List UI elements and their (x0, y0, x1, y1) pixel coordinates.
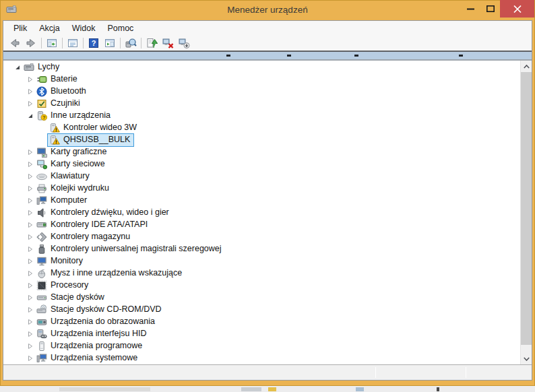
background-mark (241, 387, 261, 391)
background-mark (437, 387, 439, 391)
header-strip (3, 52, 532, 59)
tree-item-stacje-dysk-w[interactable]: Stacje dysków (3, 292, 520, 304)
device-manager-window: Menedżer urządzeń Plik Akcja Widok Pomoc… (0, 0, 535, 386)
tree-item-kontrolery-magazynu[interactable]: Kontrolery magazynu (3, 231, 520, 243)
disable-device-icon (178, 37, 190, 49)
software-device-icon (36, 341, 47, 352)
tree-item-label: Monitory (49, 255, 86, 267)
tree-item-urz-dzenia-do-obrazowania[interactable]: Urządzenia do obrazowania (3, 316, 520, 328)
properties-icon (67, 37, 79, 49)
menu-plik[interactable]: Plik (7, 22, 33, 34)
tree-item-inne-urz-dzenia[interactable]: ?Inne urządzenia (3, 110, 520, 122)
menu-widok[interactable]: Widok (66, 22, 102, 34)
print-queue-icon (36, 183, 47, 194)
expand-arrow-icon[interactable] (26, 354, 34, 362)
tree-item-baterie[interactable]: Baterie (3, 73, 520, 86)
tree-item-urz-dzenia-systemowe[interactable]: Urządzenia systemowe (3, 352, 520, 364)
expand-arrow-icon[interactable] (26, 342, 34, 350)
collapse-arrow-icon[interactable] (26, 112, 34, 120)
expand-arrow-icon[interactable] (26, 245, 34, 253)
show-console-tree-button[interactable] (44, 36, 60, 50)
tree-item-kontroler-wideo-3w[interactable]: Kontroler wideo 3W (3, 122, 520, 134)
tree-item-label: Bluetooth (49, 86, 90, 98)
tree-item-urz-dzenia-programowe[interactable]: Urządzenia programowe (3, 340, 520, 352)
tree-item-procesory[interactable]: Procesory (3, 280, 520, 292)
tree-item-qhsusb-bulk[interactable]: QHSUSB__BULK (3, 134, 520, 146)
scrollbar-thumb[interactable] (521, 72, 532, 345)
expand-arrow-icon[interactable] (26, 233, 34, 241)
scroll-down-button[interactable] (521, 353, 532, 364)
tree-item-label: Stacje dysków CD-ROM/DVD (49, 304, 165, 316)
tree-item-karty-graficzne[interactable]: Karty graficzne (3, 146, 520, 158)
maximize-button[interactable] (480, 0, 500, 18)
scan-hardware-changes-icon (125, 37, 137, 49)
disable-device-button[interactable] (176, 36, 192, 50)
tree-item-kontrolery-uniwersalnej-magistrali-szeregowej[interactable]: Kontrolery uniwersalnej magistrali szere… (3, 243, 520, 255)
tree-item-mysz-i-inne-urz-dzenia-wskazuj-ce[interactable]: Mysz i inne urządzenia wskazujące (3, 267, 520, 280)
close-button[interactable] (500, 0, 534, 18)
minimize-button[interactable] (461, 0, 480, 18)
scan-hardware-changes-button[interactable] (123, 36, 139, 50)
help-button[interactable]: ? (86, 36, 102, 50)
back-button[interactable] (7, 36, 23, 50)
tree-item-kolejki-wydruku[interactable]: Kolejki wydruku (3, 183, 520, 195)
toolbar-separator (120, 38, 121, 48)
computer-icon (36, 195, 47, 206)
tree-item-komputer[interactable]: Komputer (3, 195, 520, 207)
expand-arrow-icon[interactable] (26, 282, 34, 290)
expand-arrow-icon[interactable] (26, 209, 34, 217)
minimize-icon (467, 5, 474, 12)
expand-arrow-icon[interactable] (26, 330, 34, 338)
tree-item-monitory[interactable]: Monitory (3, 255, 520, 267)
tree-item-urz-dzenia-interfejsu-hid[interactable]: Urządzenia interfejsu HID (3, 328, 520, 340)
system-device-icon (36, 353, 47, 364)
expand-arrow-icon[interactable] (26, 257, 34, 265)
forward-icon (25, 37, 37, 49)
scroll-up-button[interactable] (521, 61, 532, 72)
tree-item-kontrolery-d-wi-ku-wideo-i-gier[interactable]: Kontrolery dźwięku, wideo i gier (3, 207, 520, 219)
tree-item-label: Stacje dysków (49, 292, 108, 304)
uninstall-device-button[interactable] (160, 36, 176, 50)
collapse-arrow-icon[interactable] (13, 63, 22, 71)
unknown-device-icon (49, 135, 60, 145)
storage-controller-icon (36, 232, 47, 242)
scrollbar-track[interactable] (521, 72, 532, 353)
expand-arrow-icon[interactable] (26, 160, 34, 168)
tree-item-czujniki[interactable]: Czujniki (3, 98, 520, 110)
titlebar: Menedżer urządzeń (0, 0, 535, 20)
toolbar: ? (3, 36, 532, 51)
expand-arrow-icon[interactable] (26, 185, 34, 193)
svg-text:?: ? (92, 39, 96, 47)
expand-arrow-icon[interactable] (26, 88, 34, 96)
expand-arrow-icon[interactable] (26, 269, 34, 277)
ide-controller-icon (36, 220, 47, 230)
expand-arrow-icon[interactable] (26, 197, 34, 205)
menu-pomoc[interactable]: Pomoc (101, 22, 139, 34)
vertical-scrollbar[interactable] (520, 61, 532, 364)
expand-arrow-icon[interactable] (26, 294, 34, 302)
background-window-sliver (0, 386, 535, 392)
expand-arrow-icon[interactable] (26, 75, 34, 84)
tree-item-kontrolery-ide-ata-atapi[interactable]: Kontrolery IDE ATA/ATAPI (3, 219, 520, 231)
tree-item-karty-sieciowe[interactable]: Karty sieciowe (3, 158, 520, 170)
forward-button[interactable] (23, 36, 39, 50)
tree-item-klawiatury[interactable]: Klawiatury (3, 170, 520, 183)
tree-item-label: Urządzenia systemowe (49, 352, 141, 364)
expand-arrow-icon[interactable] (26, 318, 34, 326)
expand-arrow-icon[interactable] (26, 306, 34, 314)
expand-arrow-icon[interactable] (26, 172, 34, 181)
menu-akcja[interactable]: Akcja (33, 22, 66, 34)
expand-arrow-icon[interactable] (26, 148, 34, 156)
caption-buttons (461, 0, 534, 18)
expand-arrow-icon[interactable] (26, 221, 34, 229)
statusbar-divider (466, 367, 466, 378)
tree-item-label: Kontroler wideo 3W (62, 122, 140, 134)
tree-item-bluetooth[interactable]: Bluetooth (3, 86, 520, 98)
properties-button[interactable] (65, 36, 81, 50)
show-action-pane-button[interactable] (102, 36, 118, 50)
expand-arrow-icon[interactable] (26, 100, 34, 108)
update-driver-button[interactable] (144, 36, 160, 50)
tree-item-lychy[interactable]: Lychy (3, 61, 520, 73)
chevron-up-icon (524, 65, 530, 69)
tree-item-stacje-dysk-w-cd-rom-dvd[interactable]: Stacje dysków CD-ROM/DVD (3, 304, 520, 316)
